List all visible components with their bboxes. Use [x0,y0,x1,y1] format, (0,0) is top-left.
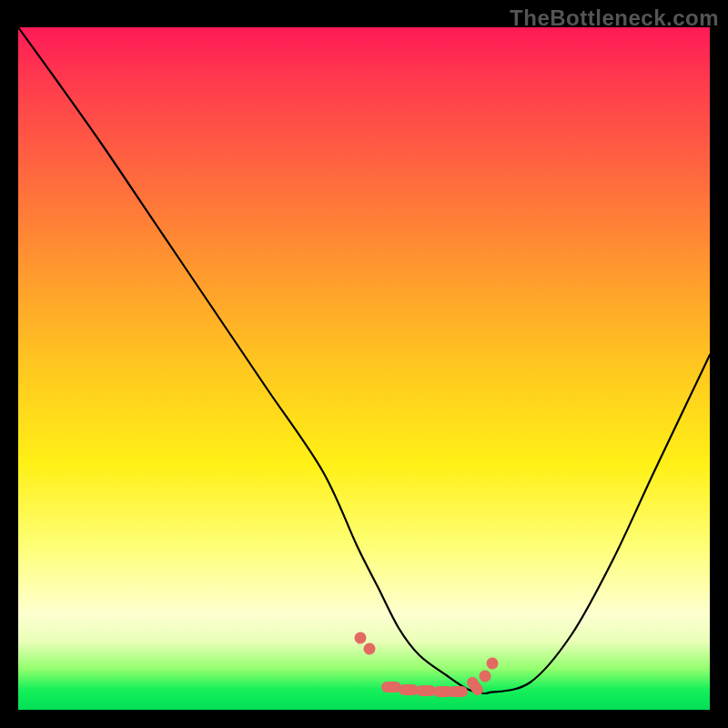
bead-marker [361,641,377,656]
watermark-text: TheBottleneck.com [510,5,719,31]
plot-area [18,27,710,710]
bead-marker [448,686,468,697]
chart-stage: TheBottleneck.com [0,0,728,728]
valley-beads [18,27,710,710]
bead-marker [477,667,493,683]
